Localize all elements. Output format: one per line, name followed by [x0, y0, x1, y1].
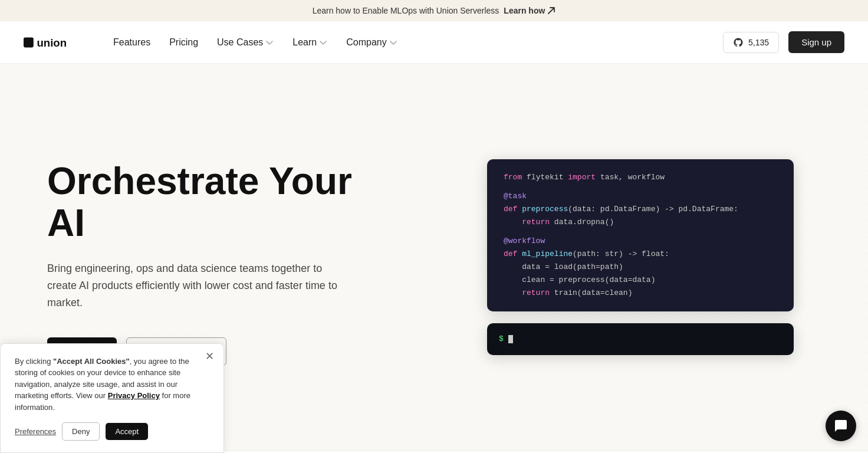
banner-link[interactable]: Learn how: [504, 6, 555, 15]
svg-rect-0: [24, 37, 34, 47]
chat-icon: [834, 419, 848, 433]
code-panel-1: from flytekit import task, workflow @tas…: [487, 159, 794, 312]
code-line-7: data = load(path=path): [504, 261, 777, 274]
nav-company[interactable]: Company: [346, 37, 397, 48]
svg-text:union: union: [37, 37, 67, 49]
nav-signup-button[interactable]: Sign up: [788, 31, 844, 53]
cookie-close-button[interactable]: ✕: [205, 351, 214, 362]
logo[interactable]: union: [24, 34, 90, 51]
hero-subtitle: Bring engineering, ops and data science …: [47, 260, 354, 311]
code-line-5: @workflow: [504, 235, 777, 248]
nav-learn[interactable]: Learn: [292, 37, 327, 48]
cookie-preferences-button[interactable]: Preferences: [15, 427, 56, 436]
top-banner: Learn how to Enable MLOps with Union Ser…: [0, 0, 868, 21]
nav-links: Features Pricing Use Cases Learn Company: [113, 37, 397, 48]
code-panel-terminal: $: [487, 323, 794, 355]
code-line-1: from flytekit import task, workflow: [504, 171, 777, 184]
navbar: union Features Pricing Use Cases Learn C…: [0, 21, 868, 64]
logo-svg: union: [24, 34, 90, 51]
chevron-down-icon-3: [389, 38, 397, 47]
banner-text: Learn how to Enable MLOps with Union Ser…: [313, 6, 499, 15]
cookie-text: By clicking "Accept All Cookies", you ag…: [15, 356, 209, 413]
code-line-2: @task: [504, 190, 777, 203]
cookie-privacy-link[interactable]: Privacy Policy: [108, 391, 160, 400]
cookie-accept-label: "Accept All Cookies": [53, 357, 130, 366]
cookie-deny-button[interactable]: Deny: [62, 422, 100, 441]
navbar-left: union Features Pricing Use Cases Learn C…: [24, 34, 397, 51]
code-line-6: def ml_pipeline(path: str) -> float:: [504, 248, 777, 261]
code-line-4: return data.dropna(): [504, 216, 777, 229]
external-link-icon: [547, 6, 555, 15]
navbar-right: 5,135 Sign up: [723, 31, 844, 53]
chevron-down-icon-2: [319, 38, 327, 47]
code-line-8: clean = preprocess(data=data): [504, 274, 777, 287]
github-icon: [733, 37, 744, 48]
chat-widget[interactable]: [826, 411, 856, 441]
hero-title: Orchestrate Your AI: [47, 160, 377, 244]
code-line-3: def preprocess(data: pd.DataFrame) -> pd…: [504, 203, 777, 216]
nav-features[interactable]: Features: [113, 37, 150, 48]
code-line-9: return train(data=clean): [504, 287, 777, 300]
terminal-cursor: [508, 335, 513, 343]
nav-pricing[interactable]: Pricing: [169, 37, 198, 48]
hero-right: from flytekit import task, workflow @tas…: [413, 64, 868, 451]
chevron-down-icon: [265, 38, 274, 47]
nav-use-cases[interactable]: Use Cases: [217, 37, 274, 48]
cookie-buttons: Preferences Deny Accept: [15, 422, 209, 441]
github-button[interactable]: 5,135: [723, 32, 779, 53]
terminal-prompt: $: [499, 334, 504, 343]
cookie-accept-button[interactable]: Accept: [106, 423, 148, 440]
cookie-banner: ✕ By clicking "Accept All Cookies", you …: [0, 343, 224, 454]
